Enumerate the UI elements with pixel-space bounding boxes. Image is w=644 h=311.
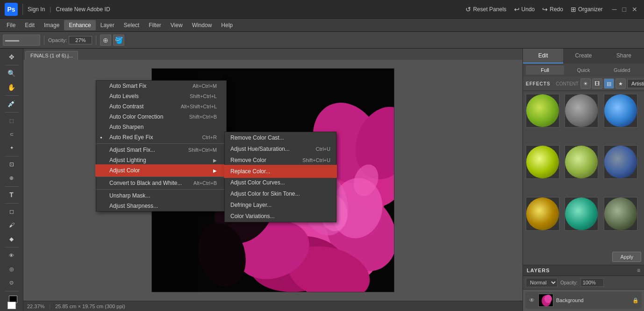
menu-file[interactable]: File xyxy=(2,20,20,30)
tool-sep-5 xyxy=(5,186,19,187)
text-tool[interactable]: T xyxy=(4,189,20,201)
menu-auto-smart-fix[interactable]: Auto Smart Fix Alt+Ctrl+M xyxy=(96,81,226,91)
paint-bucket-btn[interactable]: 🪣 xyxy=(113,35,124,46)
menu-enhance[interactable]: Enhance xyxy=(64,20,95,30)
brush-size-control[interactable]: ▬▬▬ xyxy=(3,35,40,46)
magic-wand-tool[interactable]: ✦ xyxy=(4,141,20,154)
canvas-tab-1[interactable]: FINALS (1 of 6).j... xyxy=(25,51,78,60)
panel-tabs: Edit Create Share xyxy=(523,49,644,64)
menu-auto-color-correction[interactable]: Auto Color Correction Shift+Ctrl+B xyxy=(96,112,226,122)
effect-thumb-4[interactable] xyxy=(526,145,559,179)
submenu-remove-color[interactable]: Remove Color Shift+Ctrl+U xyxy=(225,155,336,166)
effect-film-icon[interactable]: 🎞 xyxy=(592,78,602,89)
create-adobe-id-link[interactable]: Create New Adobe ID xyxy=(56,6,110,13)
spot-heal-tool[interactable]: ⊕ xyxy=(4,172,20,184)
menu-auto-contrast[interactable]: Auto Contrast Alt+Shift+Ctrl+L xyxy=(96,101,226,112)
menu-convert-bw[interactable]: Convert to Black and White... Alt+Ctrl+B xyxy=(96,178,226,188)
submenu-remove-color-cast[interactable]: Remove Color Cast... xyxy=(225,132,336,143)
image-dimensions: 25.85 cm × 19.75 cm (300 ppi) xyxy=(55,304,125,309)
submenu-color-variations[interactable]: Color Variations... xyxy=(225,211,336,222)
sample-tool-btn[interactable]: ⊕ xyxy=(100,35,111,46)
grid-icon: ⊞ xyxy=(571,6,576,13)
menu-adjust-sharpness[interactable]: Adjust Sharpness... xyxy=(96,201,226,211)
crop-tool[interactable]: ⊡ xyxy=(4,158,20,171)
shape-tool[interactable]: ◆ xyxy=(4,233,20,245)
marquee-tool[interactable]: ⬚ xyxy=(4,114,20,127)
effect-thumb-1[interactable] xyxy=(526,94,559,127)
organizer-btn[interactable]: ⊞ Organizer xyxy=(571,6,603,13)
effect-thumb-6[interactable] xyxy=(604,145,637,179)
layers-title: LAYERS xyxy=(527,268,550,273)
menu-auto-levels[interactable]: Auto Levels Shift+Ctrl+L xyxy=(96,91,226,101)
effect-thumb-5[interactable] xyxy=(565,145,598,179)
menu-adjust-color[interactable]: Adjust Color ▶ xyxy=(96,165,226,176)
undo-btn[interactable]: ↩ Undo xyxy=(514,6,535,13)
top-bar-actions: ↺ Reset Panels ↩ Undo ↪ Redo ⊞ Organizer… xyxy=(465,6,639,13)
menu-help[interactable]: Help xyxy=(216,20,237,30)
layer-opacity-input[interactable] xyxy=(580,278,604,287)
submenu-defringe-layer[interactable]: Defringe Layer... xyxy=(225,199,336,211)
effect-thumb-2[interactable] xyxy=(565,94,598,127)
blur-tool[interactable]: ◎ xyxy=(4,263,20,276)
effect-thumb-3[interactable] xyxy=(604,94,637,127)
close-btn[interactable]: ✕ xyxy=(630,6,639,13)
menu-unsharp-mask[interactable]: Unsharp Mask... xyxy=(96,191,226,201)
menu-select[interactable]: Select xyxy=(119,20,144,30)
effect-layers-icon[interactable]: ▤ xyxy=(604,78,614,89)
apply-button[interactable]: Apply xyxy=(612,252,641,262)
minimize-btn[interactable]: ─ xyxy=(610,6,619,13)
panel-tab-create[interactable]: Create xyxy=(563,49,603,64)
canvas-area: FINALS (1 of 6).j... xyxy=(23,49,522,311)
adjust-color-submenu: Remove Color Cast... Adjust Hue/Saturati… xyxy=(224,132,336,222)
effect-thumb-9[interactable] xyxy=(604,197,637,231)
effect-thumb-8[interactable] xyxy=(565,197,598,231)
submenu-replace-color[interactable]: Replace Color... xyxy=(225,166,336,177)
layers-menu-icon[interactable]: ≡ xyxy=(637,267,640,274)
menu-view[interactable]: View xyxy=(166,20,187,30)
move-tool[interactable]: ✥ xyxy=(4,50,20,63)
red-eye-tool[interactable]: 👁 xyxy=(4,249,20,262)
panel-subtab-full[interactable]: Full xyxy=(526,65,564,75)
eraser-tool[interactable]: ◻ xyxy=(4,205,20,218)
maximize-btn[interactable]: □ xyxy=(621,6,628,13)
foreground-background-colors[interactable] xyxy=(7,294,16,309)
menu-auto-red-eye-fix[interactable]: ● Auto Red Eye Fix Ctrl+R xyxy=(96,132,226,142)
hand-tool[interactable]: ✋ xyxy=(4,81,20,93)
menu-image[interactable]: Image xyxy=(39,20,64,30)
effect-star-icon[interactable]: ★ xyxy=(615,78,626,89)
panel-subtab-guided[interactable]: Guided xyxy=(603,65,641,75)
redo-btn[interactable]: ↪ Redo xyxy=(542,6,563,13)
lasso-tool[interactable]: ⊂ xyxy=(4,128,20,141)
opacity-input[interactable] xyxy=(69,36,92,44)
sign-in-link[interactable]: Sign In xyxy=(28,6,45,13)
menu-edit[interactable]: Edit xyxy=(20,20,39,30)
menu-adjust-smart-fix[interactable]: Adjust Smart Fix... Shift+Ctrl+M xyxy=(96,145,226,155)
paint-tool[interactable]: 🖌 xyxy=(4,219,20,232)
effects-category-dropdown[interactable]: Artistic Brush Strokes Sketch Texture xyxy=(627,79,644,88)
effect-thumb-7[interactable] xyxy=(526,197,559,231)
apply-btn-row: Apply xyxy=(523,250,644,265)
layer-visibility-toggle[interactable]: 👁 xyxy=(528,297,536,304)
blend-mode-dropdown[interactable]: Normal Multiply Screen Overlay xyxy=(526,278,558,287)
dodge-tool[interactable]: ⊙ xyxy=(4,276,20,289)
menu-div-2 xyxy=(96,177,226,177)
app-logo: Ps xyxy=(5,3,18,16)
menu-auto-sharpen[interactable]: Auto Sharpen xyxy=(96,122,226,132)
right-panel: Edit Create Share Full Quick Guided EFFE… xyxy=(522,49,644,311)
submenu-adjust-hue-saturation[interactable]: Adjust Hue/Saturation... Ctrl+U xyxy=(225,143,336,155)
submenu-adjust-color-skin[interactable]: Adjust Color for Skin Tone... xyxy=(225,188,336,199)
svg-point-22 xyxy=(544,295,552,303)
effect-sun-icon[interactable]: ☀ xyxy=(580,78,591,89)
menu-window[interactable]: Window xyxy=(187,20,217,30)
panel-tab-edit[interactable]: Edit xyxy=(523,49,563,64)
menu-filter[interactable]: Filter xyxy=(144,20,166,30)
panel-subtab-quick[interactable]: Quick xyxy=(564,65,602,75)
submenu-adjust-color-curves[interactable]: Adjust Color Curves... xyxy=(225,177,336,188)
reset-panels-btn[interactable]: ↺ Reset Panels xyxy=(465,6,506,13)
layer-row-background[interactable]: 👁 Background 🔒 xyxy=(525,291,642,309)
eyedropper-tool[interactable]: 💉 xyxy=(4,98,20,110)
menu-layer[interactable]: Layer xyxy=(96,20,119,30)
zoom-tool[interactable]: 🔍 xyxy=(4,67,20,80)
menu-adjust-lighting[interactable]: Adjust Lighting ▶ xyxy=(96,155,226,165)
panel-tab-share[interactable]: Share xyxy=(604,49,644,64)
